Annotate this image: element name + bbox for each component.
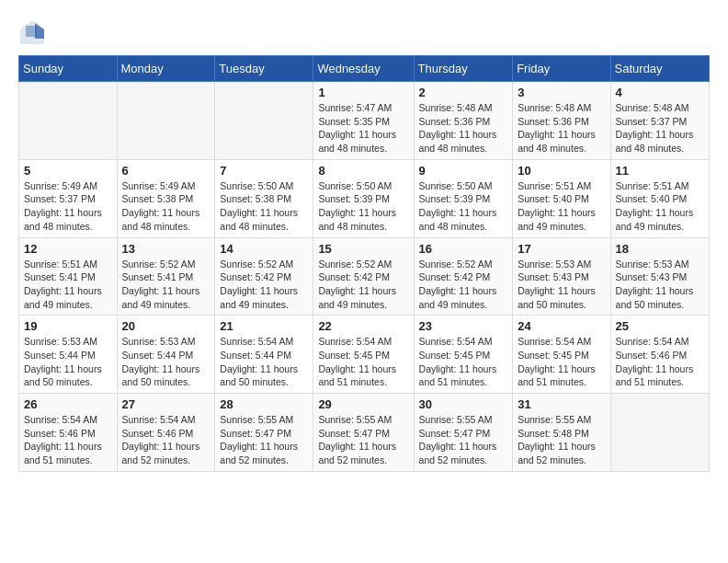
day-number: 6	[122, 164, 210, 178]
calendar-cell: 30Sunrise: 5:55 AM Sunset: 5:47 PM Dayli…	[414, 394, 513, 472]
header	[18, 18, 710, 46]
day-info: Sunrise: 5:55 AM Sunset: 5:47 PM Dayligh…	[419, 413, 508, 467]
calendar-cell: 6Sunrise: 5:49 AM Sunset: 5:38 PM Daylig…	[117, 159, 215, 237]
day-number: 8	[318, 164, 408, 178]
day-number: 14	[220, 242, 308, 256]
calendar-cell: 7Sunrise: 5:50 AM Sunset: 5:38 PM Daylig…	[215, 159, 313, 237]
day-info: Sunrise: 5:53 AM Sunset: 5:43 PM Dayligh…	[518, 258, 605, 312]
day-info: Sunrise: 5:49 AM Sunset: 5:38 PM Dayligh…	[122, 179, 210, 234]
svg-marker-3	[26, 26, 37, 37]
calendar: SundayMondayTuesdayWednesdayThursdayFrid…	[18, 55, 710, 472]
day-number: 5	[24, 164, 112, 178]
calendar-cell: 11Sunrise: 5:51 AM Sunset: 5:40 PM Dayli…	[610, 159, 709, 237]
header-day-saturday: Saturday	[610, 56, 709, 82]
day-info: Sunrise: 5:54 AM Sunset: 5:46 PM Dayligh…	[24, 413, 112, 467]
calendar-cell: 2Sunrise: 5:48 AM Sunset: 5:36 PM Daylig…	[414, 82, 513, 160]
calendar-cell: 4Sunrise: 5:48 AM Sunset: 5:37 PM Daylig…	[610, 82, 709, 160]
day-info: Sunrise: 5:50 AM Sunset: 5:39 PM Dayligh…	[419, 179, 508, 234]
calendar-header-row: SundayMondayTuesdayWednesdayThursdayFrid…	[19, 56, 710, 82]
day-number: 17	[518, 242, 605, 256]
day-info: Sunrise: 5:52 AM Sunset: 5:42 PM Dayligh…	[419, 258, 508, 312]
calendar-cell: 21Sunrise: 5:54 AM Sunset: 5:44 PM Dayli…	[215, 316, 313, 394]
day-number: 7	[220, 164, 308, 178]
calendar-cell	[19, 82, 118, 160]
day-info: Sunrise: 5:54 AM Sunset: 5:45 PM Dayligh…	[518, 335, 605, 389]
day-info: Sunrise: 5:52 AM Sunset: 5:41 PM Dayligh…	[122, 258, 210, 312]
calendar-cell: 1Sunrise: 5:47 AM Sunset: 5:35 PM Daylig…	[313, 82, 414, 160]
day-number: 16	[419, 242, 508, 256]
calendar-cell: 15Sunrise: 5:52 AM Sunset: 5:42 PM Dayli…	[313, 237, 414, 316]
day-info: Sunrise: 5:55 AM Sunset: 5:48 PM Dayligh…	[518, 413, 605, 467]
day-info: Sunrise: 5:54 AM Sunset: 5:45 PM Dayligh…	[318, 335, 408, 389]
day-info: Sunrise: 5:53 AM Sunset: 5:44 PM Dayligh…	[122, 335, 210, 389]
calendar-cell: 12Sunrise: 5:51 AM Sunset: 5:41 PM Dayli…	[19, 237, 118, 316]
day-number: 11	[616, 164, 704, 178]
calendar-cell: 20Sunrise: 5:53 AM Sunset: 5:44 PM Dayli…	[117, 316, 215, 394]
day-info: Sunrise: 5:54 AM Sunset: 5:44 PM Dayligh…	[220, 335, 308, 389]
day-info: Sunrise: 5:54 AM Sunset: 5:45 PM Dayligh…	[419, 335, 508, 389]
day-number: 2	[419, 86, 508, 99]
header-day-sunday: Sunday	[19, 56, 118, 82]
calendar-cell	[610, 394, 709, 472]
day-info: Sunrise: 5:51 AM Sunset: 5:41 PM Dayligh…	[24, 258, 112, 312]
day-number: 9	[419, 164, 508, 178]
calendar-cell: 29Sunrise: 5:55 AM Sunset: 5:47 PM Dayli…	[313, 394, 414, 472]
calendar-week-row: 1Sunrise: 5:47 AM Sunset: 5:35 PM Daylig…	[19, 82, 710, 160]
day-number: 19	[24, 319, 112, 333]
calendar-cell: 23Sunrise: 5:54 AM Sunset: 5:45 PM Dayli…	[414, 316, 513, 394]
day-number: 4	[616, 86, 704, 99]
day-info: Sunrise: 5:47 AM Sunset: 5:35 PM Dayligh…	[318, 101, 408, 155]
day-number: 25	[616, 319, 704, 333]
day-info: Sunrise: 5:55 AM Sunset: 5:47 PM Dayligh…	[318, 413, 408, 467]
day-number: 28	[220, 397, 308, 411]
day-info: Sunrise: 5:48 AM Sunset: 5:36 PM Dayligh…	[518, 101, 605, 155]
header-day-friday: Friday	[513, 56, 610, 82]
day-info: Sunrise: 5:49 AM Sunset: 5:37 PM Dayligh…	[24, 179, 112, 234]
day-number: 26	[24, 397, 112, 411]
calendar-cell: 27Sunrise: 5:54 AM Sunset: 5:46 PM Dayli…	[117, 394, 215, 472]
day-info: Sunrise: 5:52 AM Sunset: 5:42 PM Dayligh…	[220, 258, 308, 312]
header-day-wednesday: Wednesday	[313, 56, 414, 82]
day-number: 12	[24, 242, 112, 256]
calendar-cell: 24Sunrise: 5:54 AM Sunset: 5:45 PM Dayli…	[513, 316, 610, 394]
day-number: 18	[616, 242, 704, 256]
day-info: Sunrise: 5:51 AM Sunset: 5:40 PM Dayligh…	[616, 179, 704, 234]
day-number: 24	[518, 319, 605, 333]
day-info: Sunrise: 5:48 AM Sunset: 5:37 PM Dayligh…	[616, 101, 704, 155]
day-info: Sunrise: 5:53 AM Sunset: 5:43 PM Dayligh…	[616, 258, 704, 312]
header-day-tuesday: Tuesday	[215, 56, 313, 82]
calendar-week-row: 26Sunrise: 5:54 AM Sunset: 5:46 PM Dayli…	[19, 394, 710, 472]
calendar-cell	[215, 82, 313, 160]
calendar-cell: 22Sunrise: 5:54 AM Sunset: 5:45 PM Dayli…	[313, 316, 414, 394]
day-info: Sunrise: 5:54 AM Sunset: 5:46 PM Dayligh…	[616, 335, 704, 389]
calendar-cell: 10Sunrise: 5:51 AM Sunset: 5:40 PM Dayli…	[513, 159, 610, 237]
calendar-cell: 25Sunrise: 5:54 AM Sunset: 5:46 PM Dayli…	[610, 316, 709, 394]
day-info: Sunrise: 5:48 AM Sunset: 5:36 PM Dayligh…	[419, 101, 508, 155]
day-info: Sunrise: 5:50 AM Sunset: 5:39 PM Dayligh…	[318, 179, 408, 234]
day-number: 21	[220, 319, 308, 333]
calendar-cell: 16Sunrise: 5:52 AM Sunset: 5:42 PM Dayli…	[414, 237, 513, 316]
day-number: 22	[318, 319, 408, 333]
day-number: 29	[318, 397, 408, 411]
logo-icon	[18, 18, 46, 46]
day-number: 13	[122, 242, 210, 256]
calendar-cell	[117, 82, 215, 160]
day-number: 30	[419, 397, 508, 411]
calendar-week-row: 5Sunrise: 5:49 AM Sunset: 5:37 PM Daylig…	[19, 159, 710, 237]
calendar-cell: 17Sunrise: 5:53 AM Sunset: 5:43 PM Dayli…	[513, 237, 610, 316]
day-info: Sunrise: 5:51 AM Sunset: 5:40 PM Dayligh…	[518, 179, 605, 234]
calendar-cell: 3Sunrise: 5:48 AM Sunset: 5:36 PM Daylig…	[513, 82, 610, 160]
calendar-cell: 18Sunrise: 5:53 AM Sunset: 5:43 PM Dayli…	[610, 237, 709, 316]
calendar-cell: 14Sunrise: 5:52 AM Sunset: 5:42 PM Dayli…	[215, 237, 313, 316]
calendar-cell: 9Sunrise: 5:50 AM Sunset: 5:39 PM Daylig…	[414, 159, 513, 237]
logo	[18, 18, 50, 46]
day-number: 10	[518, 164, 605, 178]
header-day-monday: Monday	[117, 56, 215, 82]
day-number: 20	[122, 319, 210, 333]
day-info: Sunrise: 5:55 AM Sunset: 5:47 PM Dayligh…	[220, 413, 308, 467]
calendar-cell: 5Sunrise: 5:49 AM Sunset: 5:37 PM Daylig…	[19, 159, 118, 237]
calendar-cell: 26Sunrise: 5:54 AM Sunset: 5:46 PM Dayli…	[19, 394, 118, 472]
calendar-week-row: 19Sunrise: 5:53 AM Sunset: 5:44 PM Dayli…	[19, 316, 710, 394]
day-number: 3	[518, 86, 605, 99]
calendar-week-row: 12Sunrise: 5:51 AM Sunset: 5:41 PM Dayli…	[19, 237, 710, 316]
